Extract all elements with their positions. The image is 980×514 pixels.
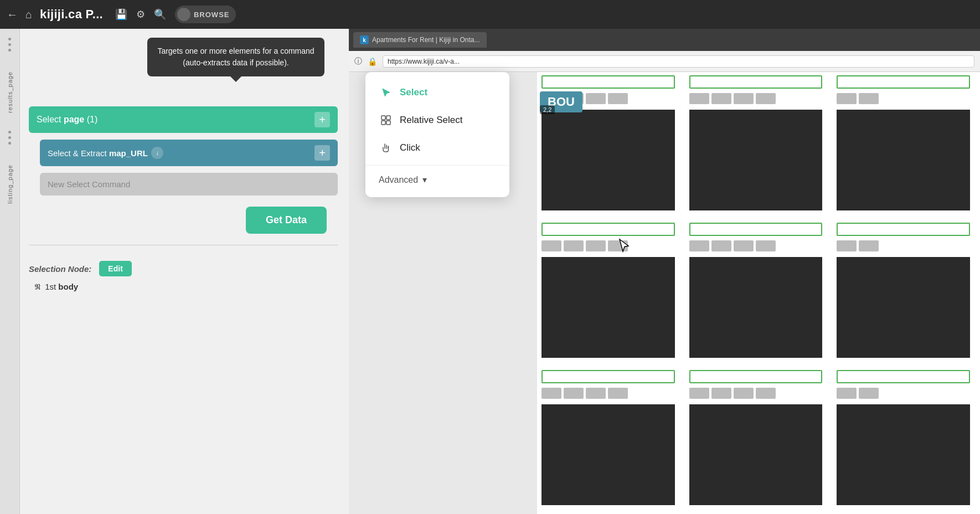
sidebar: results_page listing_page (0, 29, 20, 514)
listing-grey-btn (711, 240, 731, 251)
listing-grey-btn (711, 388, 731, 399)
top-bar-actions: 💾 ⚙ 🔍 BROWSE (115, 6, 236, 23)
listing-green-bar (541, 223, 675, 236)
listing-grey-btn (586, 93, 606, 104)
listing-grey-buttons (832, 239, 974, 253)
menu-item-select[interactable]: Select (365, 79, 509, 106)
listing-green-bar (541, 75, 675, 89)
browser-tab-bar: k Apartments For Rent | Kijiji in Onta..… (349, 29, 980, 51)
gear-icon[interactable]: ⚙ (136, 8, 145, 20)
listing-image (837, 110, 970, 210)
tooltip-arrow (230, 76, 241, 82)
listing-grey-btn (689, 240, 709, 251)
relative-select-label: Relative Select (400, 115, 462, 126)
dot (8, 49, 11, 52)
node-icon: 𝕹 (34, 282, 40, 291)
listing-card (537, 219, 685, 367)
listing-grey-btn (756, 388, 776, 399)
extract-label: Select & Extract map_URL (48, 148, 148, 158)
divider (29, 245, 338, 245)
dot (8, 43, 11, 46)
toggle-knob (177, 8, 190, 21)
back-icon[interactable]: ← (7, 8, 18, 21)
browser-tab[interactable]: k Apartments For Rent | Kijiji in Onta..… (353, 32, 487, 48)
listing-grey-buttons (685, 239, 827, 253)
listing-grey-buttons (685, 92, 827, 105)
svg-rect-2 (381, 121, 385, 125)
add-extract-button[interactable]: + (314, 145, 330, 161)
listing-grey-btn (586, 388, 606, 399)
listing-image (541, 404, 675, 505)
info-icon: ⓘ (354, 56, 362, 66)
listing-grey-btn (689, 388, 709, 399)
listing-grey-btn (859, 388, 879, 399)
dropdown-menu: Select Relative Select Click Advanced ▾ (365, 72, 509, 197)
dot (8, 38, 11, 40)
home-icon[interactable]: ⌂ (25, 8, 32, 21)
listing-image (541, 257, 675, 358)
listing-grey-btn (756, 93, 776, 104)
listing-green-bar (689, 223, 823, 236)
listing-green-bar (837, 223, 970, 236)
get-data-button[interactable]: Get Data (246, 207, 327, 234)
sidebar-label-results: results_page (7, 71, 13, 113)
search-icon[interactable]: 🔍 (154, 8, 166, 20)
lock-icon: 🔒 (368, 57, 377, 66)
listing-grey-buttons (537, 239, 679, 253)
listing-card (685, 72, 833, 219)
listing-grey-btn (859, 93, 879, 104)
click-label: Click (400, 142, 420, 153)
browse-toggle[interactable]: BROWSE (175, 6, 236, 23)
listing-grey-buttons (832, 92, 974, 105)
listing-grey-btn (689, 93, 709, 104)
address-bar-row: ⓘ 🔒 https://www.kijiji.ca/v-a... (349, 51, 980, 72)
address-field[interactable]: https://www.kijiji.ca/v-a... (383, 55, 974, 68)
advanced-item[interactable]: Advanced ▾ (365, 169, 509, 191)
grid-icon (379, 113, 393, 127)
select-label: Select page (1) (37, 115, 97, 125)
listing-grey-btn (586, 240, 606, 251)
select-label: Select (400, 87, 427, 98)
advanced-arrow: ▾ (422, 174, 427, 185)
menu-item-click[interactable]: Click (365, 134, 509, 162)
listing-grey-btn (711, 93, 731, 104)
listing-green-bar (541, 370, 675, 383)
new-select-command[interactable]: New Select Command (40, 173, 338, 196)
sidebar-dot-group-bottom (8, 131, 11, 145)
select-extract-row[interactable]: Select & Extract map_URL ↓ + (40, 140, 338, 166)
listing-grey-btn (608, 93, 628, 104)
listing-grey-btn (541, 240, 561, 251)
selection-node-label: Selection Node: (29, 264, 91, 274)
listing-card (685, 367, 833, 514)
listing-grey-btn (837, 93, 857, 104)
select-page-row[interactable]: Select page (1) + (29, 106, 338, 133)
listing-grey-buttons (537, 387, 679, 400)
advanced-label: Advanced (379, 175, 418, 185)
listing-image (541, 110, 675, 210)
listing-grey-buttons (685, 387, 827, 400)
save-icon[interactable]: 💾 (115, 8, 127, 20)
tooltip-text: Targets one or more elements for a comma… (157, 47, 314, 67)
edit-button[interactable]: Edit (99, 261, 131, 276)
left-panel: results_page listing_page Targets one or… (0, 29, 349, 514)
dot (8, 142, 11, 145)
listing-grey-btn (564, 240, 584, 251)
listing-grid (537, 72, 980, 514)
new-select-placeholder: New Select Command (48, 179, 130, 189)
menu-divider (365, 165, 509, 166)
svg-rect-1 (386, 116, 390, 120)
top-bar: ← ⌂ kijiji.ca P... 💾 ⚙ 🔍 BROWSE (0, 0, 980, 29)
hand-icon (379, 141, 393, 155)
listing-grey-btn (734, 240, 754, 251)
listing-grey-btn (564, 388, 584, 399)
menu-item-relative-select[interactable]: Relative Select (365, 106, 509, 134)
add-select-button[interactable]: + (314, 112, 330, 127)
listing-card (685, 219, 833, 367)
tab-title: Apartments For Rent | Kijiji in Onta... (372, 36, 480, 44)
listing-image (689, 257, 823, 358)
node-path: 𝕹 1st body (34, 282, 338, 292)
sidebar-dot-group-top (8, 38, 11, 52)
listing-image (837, 404, 970, 505)
listing-card (832, 219, 980, 367)
dot (8, 131, 11, 133)
